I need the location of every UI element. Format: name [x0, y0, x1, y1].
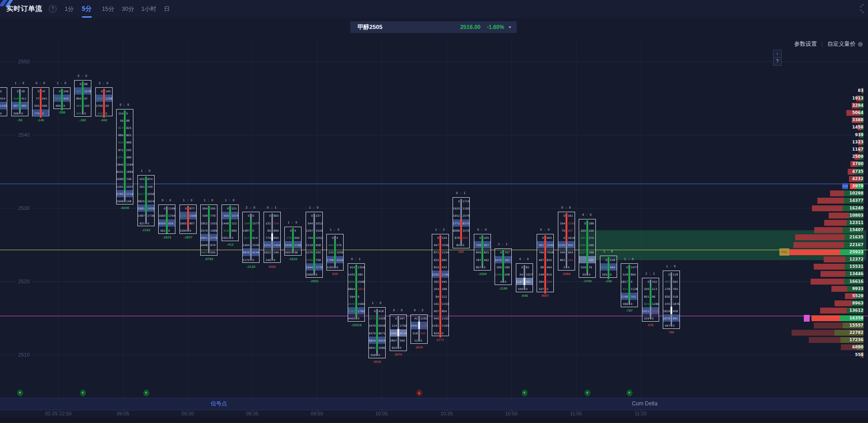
- imbalance-count-label: 0 : 1: [351, 257, 362, 261]
- ask-volume: 908: [673, 309, 678, 313]
- bid-volume: 2783: [117, 192, 123, 195]
- profile-sell-segment: [795, 234, 844, 240]
- ask-volume: 140: [105, 90, 110, 93]
- footprint-candle: 0171419201182165220791772837580881570878…: [453, 197, 470, 248]
- tab-timeframe-5[interactable]: 1小时: [141, 5, 156, 13]
- ask-volume: 433: [442, 265, 447, 268]
- tab-timeframe-3[interactable]: 15分: [102, 5, 114, 13]
- bid-volume: 4941: [369, 346, 376, 349]
- ask-volume: 97: [84, 97, 88, 100]
- imbalance-count-label: 1 : 2: [435, 228, 446, 231]
- bid-volume: 0: [185, 207, 187, 210]
- panel-collapse-button[interactable]: ›: [773, 50, 782, 58]
- bid-volume: 0: [458, 200, 460, 203]
- ask-volume: 518: [673, 295, 678, 298]
- footprint-candle: 0118437562278765836518470187618189081878…: [663, 271, 680, 329]
- expand-icon[interactable]: ⤢: [860, 3, 863, 9]
- time-axis-label: 02-25 22:50: [45, 411, 72, 416]
- tab-timeframe-1[interactable]: 1分: [65, 5, 74, 13]
- time-axis-label: 09:20: [181, 411, 194, 416]
- tab-timeframe-4[interactable]: 30分: [122, 5, 134, 13]
- ask-volume: 213: [652, 287, 657, 290]
- ask-volume: 2429: [147, 207, 154, 210]
- profile-volume-value: 5064: [852, 110, 863, 116]
- ask-volume: 1764: [168, 214, 175, 217]
- candle-delta-label: -2126: [246, 265, 255, 269]
- bid-volume: 77: [36, 97, 39, 100]
- bid-volume: 508: [203, 214, 208, 217]
- ask-volume: 0: [63, 104, 65, 107]
- bid-volume: 2479: [369, 324, 376, 327]
- ask-volume: 641: [42, 97, 47, 100]
- bid-volume: 1665: [180, 221, 187, 224]
- bid-volume: 2: [563, 265, 565, 268]
- time-axis-label: 11:20: [635, 411, 647, 416]
- custom-volume-button[interactable]: 自定义量价: [827, 40, 856, 48]
- candle-delta-label: 529: [332, 272, 338, 276]
- ask-volume: 2526: [336, 258, 343, 261]
- tab-timeframe-2[interactable]: 5分: [82, 5, 92, 13]
- symbol-selector[interactable]: 甲醇2505 2516.00 -1.60% ▼: [350, 21, 517, 33]
- ask-volume: 696: [42, 104, 47, 107]
- imbalance-count-label: 4 : 0: [582, 213, 593, 216]
- imbalance-count-label: 0 : 0: [393, 309, 404, 312]
- candle-body: [397, 329, 399, 336]
- ask-volume: 1260: [568, 221, 575, 224]
- help-icon[interactable]: ?: [49, 5, 57, 13]
- bid-volume: 1487: [138, 214, 145, 217]
- ask-volume: 1286: [652, 302, 659, 305]
- bid-volume: 2566: [390, 331, 397, 334]
- price-axis-label: 2540: [16, 132, 32, 138]
- profile-volume-value: 3780: [852, 161, 863, 167]
- profile-volume-value: 16616: [849, 279, 863, 285]
- footprint-chart[interactable]: 2550254025302520251002-25 22:5009:0509:2…: [0, 0, 868, 423]
- candle-delta-label: -1620: [288, 257, 297, 261]
- ask-volume: 1520: [316, 228, 322, 232]
- ask-volume: 411: [21, 97, 26, 100]
- bid-volume: 6825: [138, 200, 145, 203]
- ask-volume: 79: [589, 265, 592, 268]
- footprint-candle: 4320618414112014306990: [0, 87, 7, 117]
- bid-volume: 558: [371, 353, 376, 356]
- bid-volume: 1021: [642, 309, 649, 313]
- bid-volume: 1297: [306, 228, 313, 232]
- candle-delta-label: -598: [58, 110, 65, 114]
- candle-wick: [671, 272, 672, 327]
- bid-volume: 0: [626, 265, 628, 268]
- bid-volume: 204: [644, 317, 649, 320]
- price-gridline: [0, 355, 868, 355]
- ask-volume: 0: [316, 273, 317, 276]
- bid-volume: 1798: [621, 295, 628, 298]
- ask-volume: 1182: [462, 207, 469, 210]
- bid-volume: 8088: [453, 228, 460, 232]
- footprint-candle: 0161164126070697016191226926540924801242…: [558, 212, 575, 271]
- bid-volume: 1772: [453, 221, 460, 224]
- triangle-glyph: ▼: [627, 390, 632, 396]
- profile-volume-value: 83: [858, 88, 863, 94]
- profile-volume-value: 15407: [849, 227, 863, 233]
- ask-volume: 242: [568, 258, 573, 261]
- ask-volume: 1154: [442, 251, 448, 254]
- ask-volume: 237: [316, 214, 321, 217]
- param-settings-button[interactable]: 参数设置: [794, 40, 817, 48]
- footprint-candle: 0188205100641275119529611071881101435529…: [579, 219, 596, 278]
- signal-down-icon: ▼: [143, 390, 149, 396]
- profile-volume-value: 3294: [852, 103, 863, 109]
- collapse-icon[interactable]: ⤡: [860, 9, 863, 14]
- profile-volume-value: 939: [855, 132, 863, 138]
- panel-help-button[interactable]: ?: [773, 57, 782, 66]
- signal-down-icon: ▼: [522, 390, 528, 396]
- ask-volume: 689: [231, 228, 236, 232]
- tab-timeframe-6[interactable]: 日: [164, 5, 170, 13]
- footprint-candle: 0614415771487061791414942550497041441175…: [242, 212, 259, 263]
- triangle-glyph: ▼: [585, 390, 590, 396]
- ask-volume: 810: [547, 273, 552, 276]
- time-gridline: [511, 38, 512, 409]
- profile-volume-value: 1913: [852, 95, 863, 101]
- ask-volume: 1810: [358, 287, 364, 290]
- bid-volume: 561: [140, 185, 145, 188]
- ask-volume: 280: [358, 273, 363, 276]
- ask-volume: 2079: [462, 214, 469, 217]
- ask-volume: 0: [21, 111, 23, 114]
- ask-volume: 958: [316, 243, 321, 247]
